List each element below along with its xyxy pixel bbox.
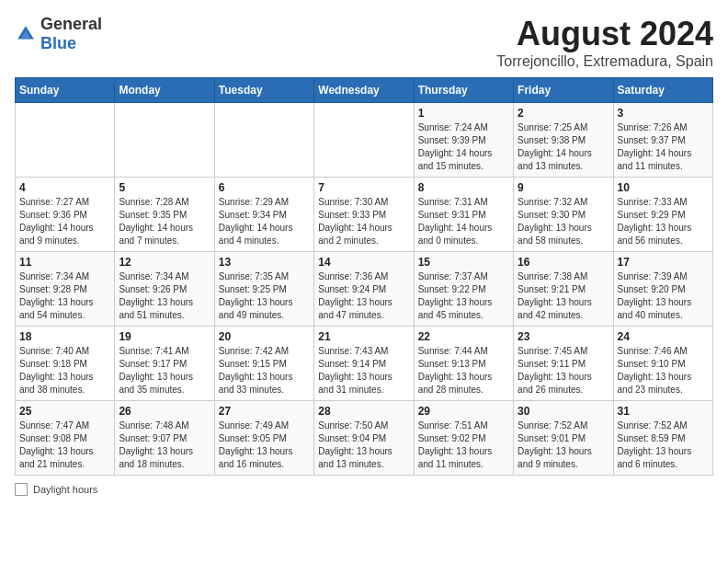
day-number: 24 xyxy=(618,330,709,343)
day-number: 23 xyxy=(518,330,609,343)
calendar-cell xyxy=(16,103,115,178)
calendar-cell: 26Sunrise: 7:48 AM Sunset: 9:07 PM Dayli… xyxy=(115,401,214,476)
day-info: Sunrise: 7:52 AM Sunset: 8:59 PM Dayligh… xyxy=(618,419,709,471)
day-info: Sunrise: 7:31 AM Sunset: 9:31 PM Dayligh… xyxy=(418,196,509,247)
calendar-cell: 10Sunrise: 7:33 AM Sunset: 9:29 PM Dayli… xyxy=(613,178,712,252)
calendar-cell: 4Sunrise: 7:27 AM Sunset: 9:36 PM Daylig… xyxy=(16,178,115,252)
day-info: Sunrise: 7:37 AM Sunset: 9:22 PM Dayligh… xyxy=(418,270,509,322)
calendar-cell: 17Sunrise: 7:39 AM Sunset: 9:20 PM Dayli… xyxy=(613,252,712,327)
calendar-cell: 18Sunrise: 7:40 AM Sunset: 9:18 PM Dayli… xyxy=(16,327,115,401)
day-number: 29 xyxy=(418,405,509,418)
week-row-5: 25Sunrise: 7:47 AM Sunset: 9:08 PM Dayli… xyxy=(16,401,713,476)
calendar-cell: 30Sunrise: 7:52 AM Sunset: 9:01 PM Dayli… xyxy=(514,401,613,476)
calendar-cell xyxy=(314,103,414,178)
day-number: 1 xyxy=(418,107,509,120)
calendar-cell xyxy=(115,103,214,178)
calendar-cell: 13Sunrise: 7:35 AM Sunset: 9:25 PM Dayli… xyxy=(214,252,313,327)
title-area: August 2024 Torrejoncillo, Extremadura, … xyxy=(496,15,713,70)
calendar-cell: 14Sunrise: 7:36 AM Sunset: 9:24 PM Dayli… xyxy=(314,252,414,327)
header-monday: Monday xyxy=(115,78,214,103)
week-row-1: 1Sunrise: 7:24 AM Sunset: 9:39 PM Daylig… xyxy=(16,103,713,178)
calendar-cell: 19Sunrise: 7:41 AM Sunset: 9:17 PM Dayli… xyxy=(115,327,214,401)
day-info: Sunrise: 7:34 AM Sunset: 9:26 PM Dayligh… xyxy=(119,270,210,322)
calendar-cell: 8Sunrise: 7:31 AM Sunset: 9:31 PM Daylig… xyxy=(414,178,513,252)
day-info: Sunrise: 7:39 AM Sunset: 9:20 PM Dayligh… xyxy=(618,270,709,322)
logo: General Blue xyxy=(15,15,102,53)
day-info: Sunrise: 7:33 AM Sunset: 9:29 PM Dayligh… xyxy=(618,196,709,247)
day-info: Sunrise: 7:44 AM Sunset: 9:13 PM Dayligh… xyxy=(418,345,509,396)
day-number: 21 xyxy=(318,330,409,343)
calendar-cell: 7Sunrise: 7:30 AM Sunset: 9:33 PM Daylig… xyxy=(314,178,414,252)
day-number: 31 xyxy=(618,405,709,418)
day-info: Sunrise: 7:43 AM Sunset: 9:14 PM Dayligh… xyxy=(318,345,409,396)
day-number: 19 xyxy=(119,330,210,343)
day-number: 27 xyxy=(219,405,310,418)
day-number: 25 xyxy=(19,405,110,418)
day-number: 9 xyxy=(518,181,609,194)
day-info: Sunrise: 7:27 AM Sunset: 9:36 PM Dayligh… xyxy=(19,196,110,247)
day-info: Sunrise: 7:32 AM Sunset: 9:30 PM Dayligh… xyxy=(518,196,609,247)
logo-general: General xyxy=(40,15,102,33)
day-info: Sunrise: 7:49 AM Sunset: 9:05 PM Dayligh… xyxy=(219,419,310,471)
header-row: SundayMondayTuesdayWednesdayThursdayFrid… xyxy=(16,78,713,103)
day-info: Sunrise: 7:29 AM Sunset: 9:34 PM Dayligh… xyxy=(219,196,310,247)
calendar-cell: 22Sunrise: 7:44 AM Sunset: 9:13 PM Dayli… xyxy=(414,327,513,401)
header-saturday: Saturday xyxy=(613,78,712,103)
calendar-cell: 16Sunrise: 7:38 AM Sunset: 9:21 PM Dayli… xyxy=(514,252,613,327)
week-row-2: 4Sunrise: 7:27 AM Sunset: 9:36 PM Daylig… xyxy=(16,178,713,252)
calendar-cell: 31Sunrise: 7:52 AM Sunset: 8:59 PM Dayli… xyxy=(613,401,712,476)
day-info: Sunrise: 7:34 AM Sunset: 9:28 PM Dayligh… xyxy=(19,270,110,322)
day-info: Sunrise: 7:45 AM Sunset: 9:11 PM Dayligh… xyxy=(518,345,609,396)
day-info: Sunrise: 7:26 AM Sunset: 9:37 PM Dayligh… xyxy=(618,121,709,173)
day-info: Sunrise: 7:41 AM Sunset: 9:17 PM Dayligh… xyxy=(119,345,210,396)
calendar-cell: 6Sunrise: 7:29 AM Sunset: 9:34 PM Daylig… xyxy=(214,178,313,252)
calendar-cell: 21Sunrise: 7:43 AM Sunset: 9:14 PM Dayli… xyxy=(314,327,414,401)
calendar-cell xyxy=(214,103,313,178)
day-number: 26 xyxy=(119,405,210,418)
legend-color-daylight xyxy=(15,483,28,496)
logo-icon xyxy=(15,23,37,45)
header-tuesday: Tuesday xyxy=(214,78,313,103)
day-number: 8 xyxy=(418,181,509,194)
legend-daylight-label: Daylight hours xyxy=(33,484,97,495)
day-number: 7 xyxy=(318,181,409,194)
day-number: 18 xyxy=(19,330,110,343)
day-info: Sunrise: 7:52 AM Sunset: 9:01 PM Dayligh… xyxy=(518,419,609,471)
day-number: 14 xyxy=(318,256,409,269)
day-info: Sunrise: 7:35 AM Sunset: 9:25 PM Dayligh… xyxy=(219,270,310,322)
calendar-cell: 5Sunrise: 7:28 AM Sunset: 9:35 PM Daylig… xyxy=(115,178,214,252)
calendar-body: 1Sunrise: 7:24 AM Sunset: 9:39 PM Daylig… xyxy=(16,103,713,476)
calendar-header: SundayMondayTuesdayWednesdayThursdayFrid… xyxy=(16,78,713,103)
logo-text: General Blue xyxy=(40,15,102,53)
day-info: Sunrise: 7:51 AM Sunset: 9:02 PM Dayligh… xyxy=(418,419,509,471)
day-info: Sunrise: 7:50 AM Sunset: 9:04 PM Dayligh… xyxy=(318,419,409,471)
calendar-cell: 29Sunrise: 7:51 AM Sunset: 9:02 PM Dayli… xyxy=(414,401,513,476)
day-info: Sunrise: 7:46 AM Sunset: 9:10 PM Dayligh… xyxy=(618,345,709,396)
header-friday: Friday xyxy=(514,78,613,103)
day-info: Sunrise: 7:28 AM Sunset: 9:35 PM Dayligh… xyxy=(119,196,210,247)
week-row-3: 11Sunrise: 7:34 AM Sunset: 9:28 PM Dayli… xyxy=(16,252,713,327)
calendar-cell: 20Sunrise: 7:42 AM Sunset: 9:15 PM Dayli… xyxy=(214,327,313,401)
legend: Daylight hours xyxy=(15,483,713,496)
day-info: Sunrise: 7:40 AM Sunset: 9:18 PM Dayligh… xyxy=(19,345,110,396)
day-info: Sunrise: 7:42 AM Sunset: 9:15 PM Dayligh… xyxy=(219,345,310,396)
calendar-cell: 1Sunrise: 7:24 AM Sunset: 9:39 PM Daylig… xyxy=(414,103,513,178)
day-number: 2 xyxy=(518,107,609,120)
calendar-table: SundayMondayTuesdayWednesdayThursdayFrid… xyxy=(15,77,713,476)
day-info: Sunrise: 7:30 AM Sunset: 9:33 PM Dayligh… xyxy=(318,196,409,247)
day-info: Sunrise: 7:25 AM Sunset: 9:38 PM Dayligh… xyxy=(518,121,609,173)
day-number: 15 xyxy=(418,256,509,269)
day-number: 30 xyxy=(518,405,609,418)
header-sunday: Sunday xyxy=(16,78,115,103)
week-row-4: 18Sunrise: 7:40 AM Sunset: 9:18 PM Dayli… xyxy=(16,327,713,401)
calendar-cell: 3Sunrise: 7:26 AM Sunset: 9:37 PM Daylig… xyxy=(613,103,712,178)
day-number: 5 xyxy=(119,181,210,194)
day-number: 22 xyxy=(418,330,509,343)
day-number: 10 xyxy=(618,181,709,194)
header-wednesday: Wednesday xyxy=(314,78,414,103)
calendar-cell: 28Sunrise: 7:50 AM Sunset: 9:04 PM Dayli… xyxy=(314,401,414,476)
calendar-cell: 9Sunrise: 7:32 AM Sunset: 9:30 PM Daylig… xyxy=(514,178,613,252)
calendar-cell: 2Sunrise: 7:25 AM Sunset: 9:38 PM Daylig… xyxy=(514,103,613,178)
calendar-cell: 15Sunrise: 7:37 AM Sunset: 9:22 PM Dayli… xyxy=(414,252,513,327)
calendar-cell: 23Sunrise: 7:45 AM Sunset: 9:11 PM Dayli… xyxy=(514,327,613,401)
